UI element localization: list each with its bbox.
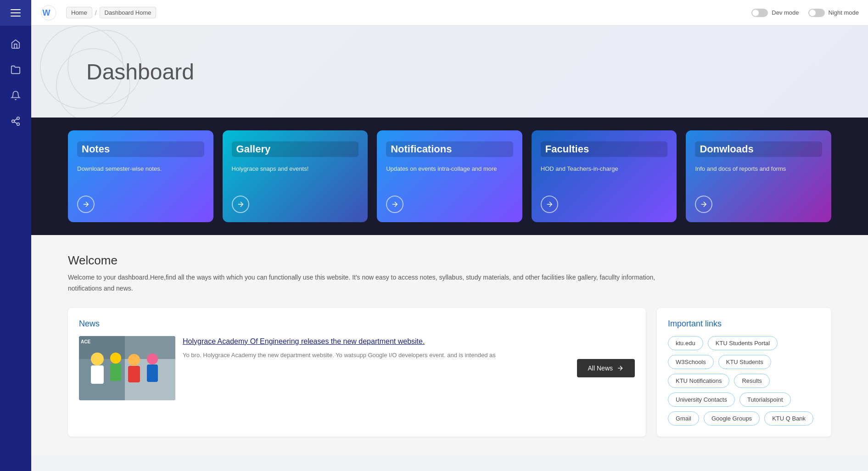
- card-notes-arrow: [77, 196, 95, 213]
- news-content: Holygrace Academy Of Engineering release…: [183, 336, 562, 360]
- card-gallery[interactable]: Gallery Holygrace snaps and events!: [223, 130, 368, 222]
- svg-rect-23: [128, 366, 140, 382]
- breadcrumb-separator: /: [95, 9, 97, 17]
- dev-mode-label: Dev mode: [772, 9, 799, 16]
- news-panel: News: [68, 308, 646, 437]
- dev-mode-toggle-group: Dev mode: [751, 9, 799, 17]
- svg-point-18: [91, 353, 104, 365]
- card-faculties-arrow: [541, 196, 558, 213]
- svg-rect-21: [110, 364, 121, 381]
- content-section: Welcome Welcome to your dashboard.Here,f…: [31, 235, 868, 455]
- link-tag-10[interactable]: KTU Q Bank: [764, 411, 813, 426]
- news-headline[interactable]: Holygrace Academy Of Engineering release…: [183, 336, 562, 347]
- card-downloads[interactable]: Donwloads Info and docs of reports and f…: [686, 130, 831, 222]
- link-tag-2[interactable]: W3Schools: [668, 355, 714, 369]
- hero-title: Dashboard: [86, 59, 194, 84]
- news-image: ACE: [79, 336, 175, 400]
- link-tag-1[interactable]: KTU Students Portal: [708, 336, 778, 350]
- news-item: ACE Holygrace Academy Of Engineering rel…: [79, 336, 635, 400]
- svg-rect-25: [147, 364, 158, 382]
- link-tag-5[interactable]: Results: [734, 374, 769, 388]
- sidebar: [0, 0, 31, 471]
- sidebar-item-home[interactable]: [5, 33, 27, 55]
- topbar: W Home / Dashboard Home Dev mode Night m…: [31, 0, 868, 26]
- card-notes-desc: Download semester-wise notes.: [77, 164, 204, 186]
- card-faculties-title: Faculties: [541, 141, 668, 157]
- card-gallery-title: Gallery: [232, 141, 359, 157]
- welcome-text: Welcome to your dashboard.Here,find all …: [68, 272, 665, 294]
- card-gallery-desc: Holygrace snaps and events!: [232, 164, 359, 186]
- link-tag-0[interactable]: ktu.edu: [668, 336, 703, 350]
- links-title: Important links: [668, 319, 820, 329]
- hamburger-icon: [11, 9, 21, 17]
- breadcrumb-home[interactable]: Home: [66, 7, 92, 18]
- sidebar-item-bell[interactable]: [5, 84, 27, 107]
- links-panel: Important links ktu.eduKTU Students Port…: [657, 308, 831, 437]
- svg-point-22: [128, 354, 140, 366]
- dev-mode-toggle[interactable]: [751, 9, 768, 17]
- svg-point-20: [110, 353, 121, 364]
- svg-point-24: [147, 353, 158, 364]
- hero-section: Dashboard: [31, 26, 868, 118]
- svg-point-2: [17, 123, 20, 126]
- link-tag-4[interactable]: KTU Notifications: [668, 374, 729, 388]
- links-grid: ktu.eduKTU Students PortalW3SchoolsKTU S…: [668, 336, 820, 426]
- menu-button[interactable]: [0, 0, 31, 26]
- topbar-right: Dev mode Night mode: [751, 9, 859, 17]
- svg-text:ACE: ACE: [81, 339, 90, 344]
- link-tag-6[interactable]: University Contacts: [668, 392, 735, 407]
- night-mode-label: Night mode: [829, 9, 859, 16]
- all-news-button[interactable]: All News: [577, 359, 635, 377]
- svg-point-1: [12, 120, 15, 123]
- welcome-title: Welcome: [68, 253, 831, 268]
- card-notifications-arrow: [386, 196, 403, 213]
- news-label: News: [79, 319, 635, 329]
- all-news-label: All News: [588, 364, 613, 372]
- link-tag-7[interactable]: Tutorialspoint: [739, 392, 791, 407]
- cards-section: Notes Download semester-wise notes. Gall…: [31, 118, 868, 235]
- card-notifications[interactable]: Notifications Updates on events intra-co…: [377, 130, 522, 222]
- svg-point-0: [17, 117, 20, 120]
- svg-line-3: [14, 122, 17, 123]
- svg-line-4: [14, 119, 17, 121]
- card-notes-title: Notes: [77, 141, 204, 157]
- link-tag-9[interactable]: Google Groups: [704, 411, 760, 426]
- logo: W: [40, 5, 57, 21]
- card-gallery-arrow: [232, 196, 249, 213]
- sidebar-nav: [0, 26, 31, 132]
- breadcrumb-current: Dashboard Home: [100, 7, 157, 18]
- breadcrumb: Home / Dashboard Home: [66, 7, 156, 18]
- card-notes[interactable]: Notes Download semester-wise notes.: [68, 130, 213, 222]
- card-faculties-desc: HOD and Teachers-in-charge: [541, 164, 668, 186]
- main-content: W Home / Dashboard Home Dev mode Night m…: [31, 0, 868, 471]
- sidebar-item-folder[interactable]: [5, 59, 27, 81]
- news-excerpt: Yo bro. Holygrace Academy the new depart…: [183, 351, 562, 360]
- night-mode-toggle-group: Night mode: [808, 9, 859, 17]
- card-downloads-desc: Info and docs of reports and forms: [695, 164, 822, 186]
- sidebar-item-share[interactable]: [5, 110, 27, 132]
- bottom-panels: News: [68, 308, 831, 437]
- card-downloads-arrow: [695, 196, 712, 213]
- night-mode-toggle[interactable]: [808, 9, 825, 17]
- card-downloads-title: Donwloads: [695, 141, 822, 157]
- card-notifications-title: Notifications: [386, 141, 513, 157]
- card-faculties[interactable]: Faculties HOD and Teachers-in-charge: [532, 130, 677, 222]
- svg-rect-19: [91, 365, 104, 384]
- svg-text:W: W: [43, 8, 50, 17]
- link-tag-3[interactable]: KTU Students: [718, 355, 771, 369]
- link-tag-8[interactable]: Gmail: [668, 411, 699, 426]
- card-notifications-desc: Updates on events intra-collage and more: [386, 164, 513, 186]
